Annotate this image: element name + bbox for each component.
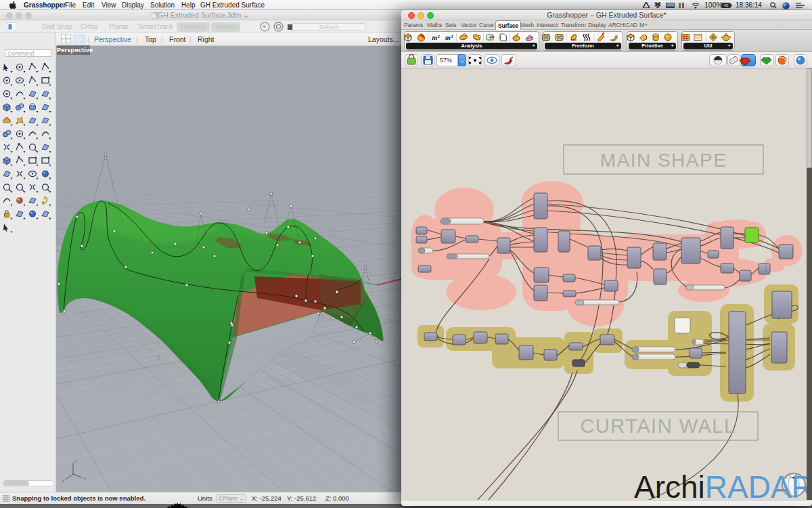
svg-text:m³: m³ — [445, 34, 453, 41]
svg-text:x: x — [62, 479, 64, 483]
svg-text:42: 42 — [724, 3, 729, 7]
svg-text:z: z — [74, 459, 76, 463]
svg-text:CURTAIN WALL: CURTAIN WALL — [580, 415, 736, 437]
svg-text:y: y — [84, 476, 86, 480]
svg-text:MAIN SHAPE: MAIN SHAPE — [600, 150, 727, 171]
svg-text:ArchiRADAR: ArchiRADAR — [634, 469, 807, 500]
svg-text:m²: m² — [432, 34, 441, 41]
